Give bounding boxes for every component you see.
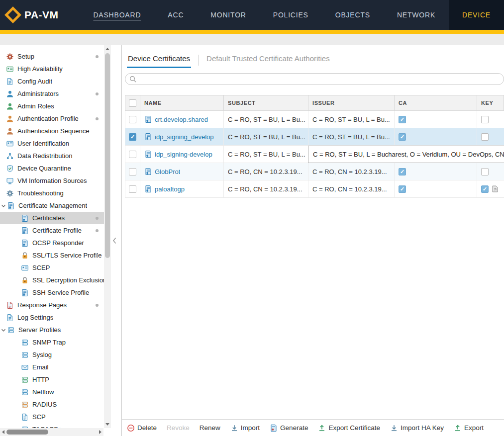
table-row[interactable]: GlobProtC = RO, CN = 10.2.3.19...C = RO,… [125, 163, 504, 180]
main-panel: Device CertificatesDefault Trusted Certi… [122, 45, 504, 436]
sidebar-item-log-settings[interactable]: Log Settings [0, 311, 104, 324]
troubleshooting-icon [6, 189, 14, 197]
chevron-down-icon[interactable] [1, 328, 7, 333]
sidebar-item-server-profiles[interactable]: Server Profiles [0, 324, 104, 336]
sidebar-item-label: Setup [17, 53, 34, 60]
row-select-checkbox[interactable] [129, 151, 136, 158]
sidebar-item-response-pages[interactable]: Response Pages [0, 299, 104, 311]
tab-default-trusted-certificate-authorities[interactable]: Default Trusted Certificate Authorities [205, 54, 331, 68]
tab-device-certificates[interactable]: Device Certificates [127, 54, 191, 68]
search-input[interactable] [125, 73, 504, 85]
sidebar-item-high-availability[interactable]: High Availability [0, 63, 104, 75]
scroll-down-icon[interactable] [105, 423, 109, 426]
authentication-sequence-icon [6, 127, 14, 135]
sidebar-item-admin-roles[interactable]: Admin Roles [0, 100, 104, 112]
sidebar-item-syslog[interactable]: Syslog [0, 349, 104, 361]
accent-bar [0, 30, 504, 34]
sidebar-item-device-quarantine[interactable]: Device Quarantine [0, 162, 104, 174]
chevron-down-icon[interactable] [1, 203, 7, 208]
sidebar-item-http[interactable]: HTTP [0, 373, 104, 386]
import-button[interactable]: Import [230, 424, 260, 432]
sidebar-item-data-redistribution[interactable]: Data Redistribution [0, 150, 104, 162]
sidebar-item-certificate-profile[interactable]: Certificate Profile [0, 224, 104, 237]
sidebar-item-label: Authentication Sequence [17, 127, 90, 135]
sidebar-item-ssh-service-profile[interactable]: SSH Service Profile [0, 286, 104, 299]
sidebar-item-label: Config Audit [17, 78, 52, 85]
sidebar-item-ssl-tls-service-profile[interactable]: SSL/TLS Service Profile [0, 249, 104, 262]
renew-button[interactable]: Renew [200, 424, 220, 432]
sidebar-item-config-audit[interactable]: Config Audit [0, 75, 104, 87]
nav-objects[interactable]: OBJECTS [322, 0, 384, 30]
sidebar-item-scep[interactable]: SCEP [0, 262, 104, 274]
export-button[interactable]: Export [454, 424, 484, 432]
export-certificate-button[interactable]: Export Certificate [318, 424, 380, 432]
certificate-name-link[interactable]: crt.develop.shared [155, 116, 208, 123]
sidebar-item-certificate-management[interactable]: Certificate Management [0, 199, 104, 212]
sidebar-horizontal-scrollbar[interactable] [0, 428, 103, 436]
nav-device[interactable]: DEVICE [449, 0, 504, 30]
search-icon [129, 75, 137, 83]
sidebar-item-user-identification[interactable]: User Identification [0, 137, 104, 150]
sidebar-vertical-scrollbar[interactable] [104, 45, 111, 428]
snmp-trap-icon [21, 339, 29, 347]
certificate-name-link[interactable]: paloaltogp [155, 185, 185, 193]
sidebar-item-radius[interactable]: RADIUS [0, 398, 104, 411]
table-row[interactable]: paloaltogpC = RO, CN = 10.2.3.19...C = R… [125, 180, 504, 198]
sidebar-item-netflow[interactable]: Netflow [0, 386, 104, 398]
sidebar-item-authentication-profile[interactable]: Authentication Profile [0, 112, 104, 125]
sidebar-item-authentication-sequence[interactable]: Authentication Sequence [0, 125, 104, 137]
nav-dashboard[interactable]: DASHBOARD [80, 0, 154, 30]
scroll-left-icon[interactable] [2, 430, 4, 434]
certificate-name-link[interactable]: GlobProt [155, 168, 180, 175]
column-header-name[interactable]: NAME [140, 95, 224, 110]
sidebar-item-tacacs[interactable]: TACACS+ [0, 423, 104, 428]
row-select-checkbox[interactable] [129, 168, 136, 175]
row-select-checkbox[interactable] [129, 133, 136, 141]
certificate-icon [144, 133, 152, 141]
nav-policies[interactable]: POLICIES [260, 0, 322, 30]
sidebar-item-snmp-trap[interactable]: SNMP Trap [0, 336, 104, 349]
subject-cell: C = RO, ST = BU, L = Bu... [224, 128, 308, 145]
sidebar-item-label: Administrators [17, 90, 59, 97]
import-ha-key-button[interactable]: Import HA Key [390, 424, 444, 432]
row-select-checkbox[interactable] [129, 185, 136, 193]
sidebar-item-email[interactable]: Email [0, 361, 104, 373]
nav-acc[interactable]: ACC [154, 0, 197, 30]
sidebar-item-administrators[interactable]: Administrators [0, 87, 104, 100]
sidebar-item-ssl-decryption-exclusion[interactable]: SSL Decryption Exclusion [0, 274, 104, 286]
table-row[interactable]: crt.develop.sharedC = RO, ST = BU, L = B… [125, 111, 504, 128]
generate-button[interactable]: Generate [270, 424, 308, 432]
toolbar-button-label: Import HA Key [401, 424, 444, 432]
sidebar-item-troubleshooting[interactable]: Troubleshooting [0, 187, 104, 199]
netflow-icon [21, 388, 29, 396]
sidebar-item-label: Certificates [32, 214, 65, 222]
certificate-name-link[interactable]: idp_signing-develop [155, 151, 212, 158]
scroll-right-icon[interactable] [99, 430, 101, 434]
row-select-checkbox[interactable] [129, 116, 136, 123]
toolbar-button-label: Revoke [167, 424, 190, 432]
sidebar-collapse-handle[interactable] [112, 236, 117, 246]
table-row[interactable]: idp_signing_developC = RO, ST = BU, L = … [125, 128, 504, 146]
sidebar-item-certificates[interactable]: Certificates [0, 212, 104, 224]
nav-monitor[interactable]: MONITOR [197, 0, 259, 30]
sidebar-item-vm-information-sources[interactable]: VM Information Sources [0, 174, 104, 187]
scroll-up-icon[interactable] [105, 48, 109, 50]
nav-network[interactable]: NETWORK [384, 0, 449, 30]
column-header-ca[interactable]: CA [395, 95, 477, 110]
column-header-key[interactable]: KEY [477, 95, 504, 110]
sidebar-item-ocsp-responder[interactable]: OCSP Responder [0, 237, 104, 249]
delete-button[interactable]: Delete [127, 424, 157, 432]
horizontal-scroll-thumb[interactable] [6, 430, 48, 435]
column-header-subject[interactable]: SUBJECT [224, 95, 308, 110]
certificate-name-link[interactable]: idp_signing_develop [155, 133, 214, 141]
revoke-button: Revoke [167, 424, 190, 432]
select-all-checkbox[interactable] [129, 99, 136, 107]
search-bar [125, 73, 504, 85]
sidebar-item-setup[interactable]: Setup [0, 50, 104, 63]
sidebar-item-label: Server Profiles [18, 326, 61, 334]
vertical-scroll-thumb[interactable] [105, 53, 110, 258]
sidebar-item-label: SNMP Trap [32, 339, 66, 346]
sidebar-item-scp[interactable]: SCP [0, 411, 104, 423]
column-header-issuer[interactable]: ISSUER [308, 95, 395, 110]
sidebar-item-label: Authentication Profile [17, 115, 79, 122]
